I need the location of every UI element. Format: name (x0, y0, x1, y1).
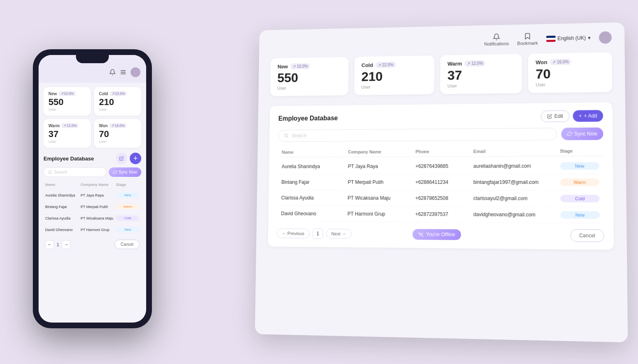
mobile-stat-new: New ↗10.0% 550 User (44, 87, 91, 116)
table-row: Aurelia Shanindya PT Jaya Raya +62876439… (278, 158, 604, 175)
flag-icon (546, 35, 555, 41)
bookmark-item[interactable]: Bookmark (517, 32, 538, 46)
col-stage: Stage (560, 149, 599, 154)
offline-icon (418, 232, 424, 237)
desktop-header: Notifications Bookmark English (UK) ▾ (271, 31, 612, 50)
row-email: bintangfajar1997@gmail.com (473, 179, 556, 185)
desktop-card: Notifications Bookmark English (UK) ▾ Ne… (255, 22, 628, 342)
mobile-stage-badge: New (116, 192, 140, 198)
mobile-stat-cold: Cold ↗22.0% 210 User (94, 87, 141, 116)
stage-badge: Warm (560, 179, 599, 186)
row-email: aureliashanin@gmail.com (473, 163, 556, 169)
stat-new-sub: User (277, 85, 341, 91)
add-label: + Add (584, 113, 597, 119)
sync-icon (567, 131, 572, 136)
mobile-search-box[interactable]: Search (44, 167, 106, 177)
row-name: Clarissa Ayudia (281, 195, 344, 201)
notifications-item[interactable]: Notifications (484, 33, 509, 46)
mobile-stat-warm: Warm ↗12.0% 37 User (44, 119, 91, 148)
mobile-add-button[interactable]: + (130, 153, 141, 164)
phone-content: New ↗10.0% 550 User Cold ↗22.0% 210 User (39, 83, 146, 322)
svg-point-5 (48, 171, 51, 174)
col-phone: Phone (415, 149, 469, 154)
bell-icon (109, 69, 116, 76)
notifications-label: Notifications (484, 41, 509, 46)
mobile-sync-icon (113, 170, 117, 174)
mobile-cancel-button[interactable]: Cancel (115, 240, 140, 249)
col-name: Name (282, 149, 344, 154)
row-name: David Gheovano (281, 211, 343, 217)
mobile-table-row: David Gheovano PT Harmoni Grup New (44, 224, 141, 236)
next-button[interactable]: Next → (326, 229, 351, 239)
mobile-edit-button[interactable] (116, 153, 127, 164)
stat-won-sub: User (536, 81, 605, 87)
sync-label: Sync Now (574, 131, 597, 137)
cancel-button[interactable]: Cancel (570, 229, 604, 242)
mobile-table-row: Bintang Fajar PT Merpati Putih Warm (44, 201, 141, 213)
row-email: clarissayul2@gmail.com (473, 195, 556, 201)
row-email: davidgheovano@gmail.com (473, 212, 556, 218)
search-placeholder: Search (292, 133, 307, 139)
menu-icon (120, 69, 126, 76)
row-company: PT Harmoni Grup (347, 211, 411, 217)
phone-screen: New ↗10.0% 550 User Cold ↗22.0% 210 User (39, 55, 146, 323)
table-row: David Gheovano PT Harmoni Grup +62872397… (277, 206, 604, 224)
row-name: Bintang Fajar (281, 179, 344, 185)
offline-label: You're Offline (426, 231, 455, 238)
mobile-search-icon (48, 170, 52, 174)
stat-card-warm: Warm ↗ 12.0% 37 User (440, 54, 522, 94)
stat-cold-badge: ↗ 22.0% (375, 62, 396, 68)
stage-badge: Cold (560, 195, 600, 203)
row-name: Aurelia Shanindya (282, 164, 344, 169)
prev-button[interactable]: ← Previous (277, 229, 310, 238)
mobile-table-row: Aurelia Shanindya PT Jaya Raya New (44, 190, 141, 201)
mobile-sync-button[interactable]: Sync Now (109, 167, 141, 177)
row-company: PT Jaya Raya (348, 163, 411, 169)
mobile-search-placeholder: Search (54, 170, 67, 174)
language-label: English (UK) (558, 35, 586, 41)
phone-notch (76, 55, 109, 63)
mobile-next-button[interactable]: → (62, 240, 71, 249)
stage-badge: New (560, 211, 600, 219)
table-row: Bintang Fajar PT Merpati Putih +62886411… (278, 174, 604, 191)
stat-new-label: New (278, 64, 288, 70)
phone-shell: New ↗10.0% 550 User Cold ↗22.0% 210 User (33, 49, 152, 328)
mobile-db-header: Employee Database + (44, 153, 141, 164)
mobile-db-actions: + (116, 153, 141, 164)
sync-button[interactable]: Sync Now (561, 128, 604, 140)
search-row: Search Sync Now (278, 128, 603, 142)
mobile-stats-grid: New ↗10.0% 550 User Cold ↗22.0% 210 User (44, 87, 141, 148)
mobile-footer: ← 1 → Cancel (44, 236, 141, 251)
row-phone: +62878652508 (415, 195, 469, 201)
bookmark-label: Bookmark (517, 41, 538, 46)
mobile-stage-badge: Cold (116, 215, 140, 221)
row-company: PT Merpati Putih (348, 179, 411, 185)
mobile-table-row: Clarissa Ayudia PT Wicaksana Maju Cold (44, 213, 141, 224)
mobile-sync-label: Sync Now (119, 170, 137, 174)
mobile-search-row: Search Sync Now (44, 167, 141, 177)
stat-new-value: 550 (277, 70, 341, 85)
user-avatar[interactable] (599, 31, 612, 44)
mobile-phone-wrapper: New ↗10.0% 550 User Cold ↗22.0% 210 User (33, 49, 152, 328)
stat-card-cold: Cold ↗ 22.0% 210 User (354, 55, 434, 95)
language-selector[interactable]: English (UK) ▾ (546, 35, 590, 42)
edit-button[interactable]: Edit (541, 110, 570, 122)
stat-warm-badge: ↗ 12.0% (464, 60, 485, 67)
mobile-db-title: Employee Database (44, 156, 94, 162)
stat-cold-label: Cold (361, 62, 373, 68)
add-icon: + (579, 113, 582, 119)
stats-row: New ↗ 10.0% 550 User Cold ↗ 22.0% 210 Us… (270, 52, 612, 96)
stat-won-badge: ↗ 16.0% (550, 59, 571, 65)
search-box[interactable]: Search (278, 128, 557, 142)
next-label: Next → (331, 231, 346, 236)
mobile-prev-button[interactable]: ← (45, 240, 54, 249)
prev-label: ← Previous (282, 231, 305, 236)
mobile-pagination: ← 1 → (45, 240, 71, 249)
stat-won-value: 70 (536, 66, 605, 82)
row-phone: +62876439885 (415, 163, 469, 169)
mobile-stage-badge: Warm (116, 204, 140, 209)
db-title: Employee Database (278, 114, 338, 122)
stat-cold-value: 210 (361, 69, 427, 84)
edit-label: Edit (554, 113, 563, 119)
add-button[interactable]: + + Add (573, 110, 603, 122)
